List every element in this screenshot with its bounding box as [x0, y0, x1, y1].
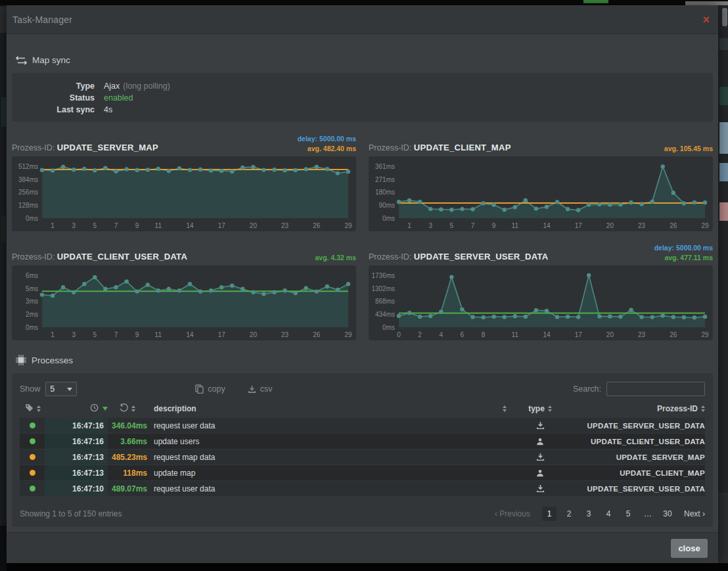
description-cell: request map data [147, 453, 514, 462]
pagination-page[interactable]: 1 [542, 507, 557, 521]
pagination-page[interactable]: 30 [660, 507, 675, 521]
column-header-duration[interactable] [108, 403, 147, 414]
svg-text:26: 26 [313, 331, 321, 338]
status-dot [30, 438, 35, 444]
table-row[interactable]: 16:47:16346.04msrequest user dataUPDATE_… [20, 418, 705, 434]
scrollbar-thumb[interactable] [722, 8, 727, 26]
svg-text:9: 9 [135, 222, 139, 229]
svg-text:26: 26 [670, 222, 677, 229]
description-cell: request user data [147, 421, 514, 430]
svg-text:8: 8 [482, 331, 486, 338]
type-note: (long polling) [123, 80, 170, 92]
svg-text:7: 7 [114, 222, 118, 229]
chart-update-client-map: Prozess-ID: UPDATE_CLIENT_MAP avg. 105.4… [369, 122, 713, 231]
table-controls: Show 5 copy [20, 380, 705, 398]
delay-stat: delay: 5000.00 ms [298, 134, 356, 144]
desktop-background: Task-Manager × Map sync Type Ajax (long … [0, 0, 728, 571]
table-row[interactable]: 16:47:13485.23msrequest map dataUPDATE_S… [20, 449, 705, 465]
avg-stat: avg. 105.45 ms [664, 144, 713, 154]
avg-stat: avg. 477.11 ms [654, 253, 713, 263]
svg-text:29: 29 [344, 222, 352, 229]
column-header-type[interactable]: type [514, 404, 566, 413]
user-icon [514, 438, 566, 445]
svg-text:17: 17 [575, 331, 583, 338]
status-cell [20, 454, 45, 460]
pagination-pages: 12345…30 [539, 507, 677, 521]
background-top-bar [0, 0, 728, 5]
task-manager-modal: Task-Manager × Map sync Type Ajax (long … [7, 5, 718, 563]
tag-icon [25, 403, 34, 414]
duration-cell: 3.66ms [108, 437, 147, 446]
chip-icon [16, 355, 26, 365]
pagination-next[interactable]: Next › [684, 509, 705, 518]
column-header-prozess-id[interactable]: Prozess-ID [566, 404, 705, 413]
close-icon[interactable]: × [702, 14, 710, 26]
modal-footer: close [7, 532, 718, 563]
sort-arrows-icon [701, 405, 705, 412]
svg-text:29: 29 [701, 331, 709, 338]
svg-text:0: 0 [397, 331, 401, 338]
chart-header: Prozess-ID: UPDATE_CLIENT_MAP avg. 105.4… [369, 130, 713, 154]
svg-text:11: 11 [155, 222, 162, 229]
pagination-page[interactable]: 5 [621, 507, 635, 521]
column-header-time[interactable] [45, 403, 108, 414]
status-dot [30, 423, 35, 428]
info-row-status: Status enabled [12, 92, 713, 104]
chart-header: Prozess-ID: UPDATE_SERVER_MAP delay: 500… [12, 130, 356, 154]
csv-button[interactable]: csv [248, 384, 273, 394]
copy-button[interactable]: copy [195, 384, 225, 394]
table-row[interactable]: 16:47:13118msupdate mapUPDATE_CLIENT_MAP [20, 465, 705, 481]
svg-text:5ms: 5ms [26, 285, 38, 292]
area-chart: 1736ms1302ms868ms434ms0ms024681114172023… [369, 265, 713, 340]
background-fragment [718, 493, 728, 565]
copy-label: copy [208, 384, 225, 394]
svg-text:14: 14 [543, 331, 551, 338]
chart-panel: 1736ms1302ms868ms434ms0ms024681114172023… [369, 265, 713, 340]
pagination-page[interactable]: 4 [601, 507, 616, 521]
search-input[interactable] [606, 382, 705, 396]
status-cell [20, 470, 45, 476]
close-button[interactable]: close [671, 539, 708, 558]
status-dot [30, 454, 35, 460]
column-header-description[interactable]: description [147, 404, 514, 413]
pagination: ‹ Previous 12345…30 Next › [495, 507, 705, 521]
table-row[interactable]: 16:47:10489.07msrequest user dataUPDATE_… [20, 481, 705, 497]
type-label: Type [12, 80, 104, 92]
svg-text:17: 17 [218, 222, 226, 229]
svg-text:384ms: 384ms [18, 176, 38, 183]
svg-text:23: 23 [281, 331, 289, 338]
column-header-status[interactable] [20, 403, 45, 414]
pagination-page[interactable]: 3 [581, 507, 596, 521]
background-fragment [1, 216, 7, 242]
page-size-select[interactable]: 5 [45, 382, 77, 396]
process-id-cell: UPDATE_CLIENT_MAP [566, 469, 705, 477]
table-header-row: description type Prozess-ID [20, 400, 705, 418]
info-row-type: Type Ajax (long polling) [12, 80, 713, 92]
svg-text:361ms: 361ms [375, 163, 395, 170]
exchange-arrows-icon [16, 56, 27, 65]
chart-panel: 512ms384ms256ms128ms0ms13579111417202326… [12, 156, 356, 231]
modal-title: Task-Manager [12, 14, 72, 25]
duration-cell: 118ms [108, 468, 147, 478]
area-chart: 6ms5ms3ms2ms0ms1357911141720232629 [12, 265, 356, 340]
svg-text:1: 1 [51, 222, 55, 229]
svg-text:1736ms: 1736ms [371, 272, 395, 279]
pagination-previous[interactable]: ‹ Previous [495, 509, 530, 518]
pagination-page[interactable]: … [641, 507, 655, 521]
svg-text:5: 5 [93, 331, 97, 338]
svg-text:6ms: 6ms [26, 272, 38, 279]
svg-text:180ms: 180ms [375, 189, 395, 196]
duration-cell: 489.07ms [108, 484, 147, 493]
download-icon [514, 484, 566, 493]
background-fragment [583, 0, 608, 3]
area-chart: 512ms384ms256ms128ms0ms13579111417202326… [12, 156, 356, 231]
processes-table-panel: Show 5 copy [12, 373, 713, 527]
duration-cell: 346.04ms [108, 421, 147, 430]
table-row[interactable]: 16:47:163.66msupdate usersUPDATE_CLIENT_… [20, 434, 705, 449]
chevron-down-icon [67, 388, 72, 391]
chart-header: Prozess-ID: UPDATE_SERVER_USER_DATA dela… [369, 239, 713, 263]
chart-stats: delay: 5000.00 ms avg. 482.40 ms [298, 134, 356, 154]
pagination-page[interactable]: 2 [562, 507, 576, 521]
svg-text:14: 14 [186, 331, 194, 338]
processes-heading-label: Processes [32, 355, 73, 365]
